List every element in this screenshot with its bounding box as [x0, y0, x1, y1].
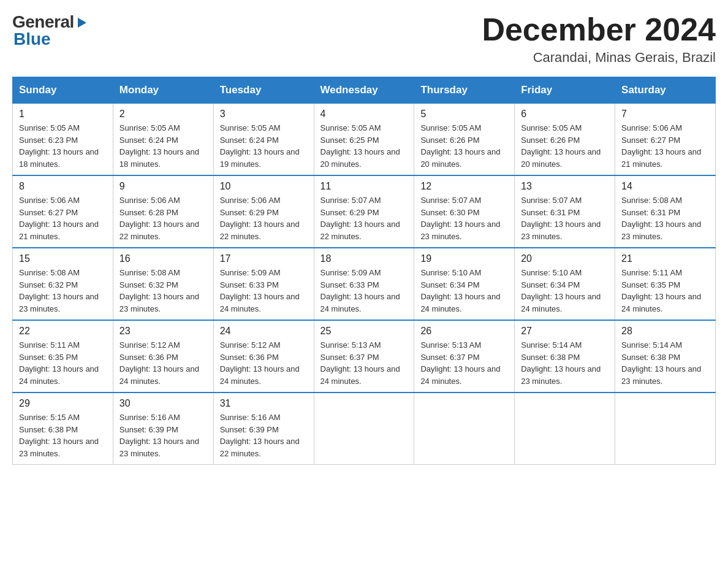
day-number: 17: [220, 253, 308, 264]
calendar-cell: 13Sunrise: 5:07 AMSunset: 6:31 PMDayligh…: [515, 175, 615, 248]
calendar-cell: 7Sunrise: 5:06 AMSunset: 6:27 PMDaylight…: [615, 103, 716, 175]
day-info: Sunrise: 5:05 AMSunset: 6:25 PMDaylight:…: [320, 122, 408, 170]
calendar-cell: 5Sunrise: 5:05 AMSunset: 6:26 PMDaylight…: [414, 103, 515, 175]
day-number: 2: [119, 109, 207, 120]
day-info: Sunrise: 5:07 AMSunset: 6:29 PMDaylight:…: [320, 194, 408, 242]
title-block: December 2024 Carandai, Minas Gerais, Br…: [482, 12, 716, 66]
calendar-cell: 23Sunrise: 5:12 AMSunset: 6:36 PMDayligh…: [113, 320, 213, 393]
calendar-cell: 4Sunrise: 5:05 AMSunset: 6:25 PMDaylight…: [314, 103, 414, 175]
calendar-cell: 24Sunrise: 5:12 AMSunset: 6:36 PMDayligh…: [213, 320, 314, 393]
calendar-cell: 26Sunrise: 5:13 AMSunset: 6:37 PMDayligh…: [414, 320, 515, 393]
day-number: 13: [521, 181, 609, 192]
day-number: 6: [521, 109, 609, 120]
calendar-cell: 11Sunrise: 5:07 AMSunset: 6:29 PMDayligh…: [314, 175, 414, 248]
calendar-cell: 30Sunrise: 5:16 AMSunset: 6:39 PMDayligh…: [113, 393, 213, 465]
calendar-week-row: 8Sunrise: 5:06 AMSunset: 6:27 PMDaylight…: [13, 175, 716, 248]
calendar-cell: 20Sunrise: 5:10 AMSunset: 6:34 PMDayligh…: [515, 248, 615, 320]
day-info: Sunrise: 5:08 AMSunset: 6:31 PMDaylight:…: [621, 194, 709, 242]
calendar-cell: 18Sunrise: 5:09 AMSunset: 6:33 PMDayligh…: [314, 248, 414, 320]
day-info: Sunrise: 5:14 AMSunset: 6:38 PMDaylight:…: [521, 339, 609, 387]
day-number: 4: [320, 109, 408, 120]
day-info: Sunrise: 5:16 AMSunset: 6:39 PMDaylight:…: [220, 412, 308, 459]
calendar-header-sunday: Sunday: [13, 77, 113, 103]
calendar-cell: [414, 393, 515, 465]
day-number: 20: [521, 253, 609, 264]
day-number: 18: [320, 253, 408, 264]
calendar-week-row: 29Sunrise: 5:15 AMSunset: 6:38 PMDayligh…: [13, 393, 716, 465]
day-number: 5: [420, 109, 508, 120]
day-number: 11: [320, 181, 408, 192]
day-info: Sunrise: 5:14 AMSunset: 6:38 PMDaylight:…: [621, 339, 709, 387]
calendar-cell: 6Sunrise: 5:05 AMSunset: 6:26 PMDaylight…: [515, 103, 615, 175]
day-number: 14: [621, 181, 709, 192]
calendar-cell: 14Sunrise: 5:08 AMSunset: 6:31 PMDayligh…: [615, 175, 716, 248]
day-number: 27: [521, 326, 609, 337]
calendar-cell: 15Sunrise: 5:08 AMSunset: 6:32 PMDayligh…: [13, 248, 113, 320]
day-info: Sunrise: 5:07 AMSunset: 6:31 PMDaylight:…: [521, 194, 609, 242]
day-info: Sunrise: 5:12 AMSunset: 6:36 PMDaylight:…: [119, 339, 207, 387]
day-number: 22: [19, 326, 107, 337]
day-number: 31: [220, 398, 308, 409]
day-number: 3: [220, 109, 308, 120]
calendar-cell: [515, 393, 615, 465]
day-number: 28: [621, 326, 709, 337]
calendar-cell: 28Sunrise: 5:14 AMSunset: 6:38 PMDayligh…: [615, 320, 716, 393]
calendar-cell: 9Sunrise: 5:06 AMSunset: 6:28 PMDaylight…: [113, 175, 213, 248]
day-number: 8: [19, 181, 107, 192]
day-info: Sunrise: 5:06 AMSunset: 6:28 PMDaylight:…: [119, 194, 207, 242]
day-info: Sunrise: 5:10 AMSunset: 6:34 PMDaylight:…: [420, 267, 508, 315]
calendar-cell: 21Sunrise: 5:11 AMSunset: 6:35 PMDayligh…: [615, 248, 716, 320]
calendar-header-tuesday: Tuesday: [213, 77, 314, 103]
day-info: Sunrise: 5:05 AMSunset: 6:24 PMDaylight:…: [220, 122, 308, 170]
calendar-cell: 19Sunrise: 5:10 AMSunset: 6:34 PMDayligh…: [414, 248, 515, 320]
calendar-header-saturday: Saturday: [615, 77, 716, 103]
logo-blue-text: Blue: [13, 29, 51, 49]
day-info: Sunrise: 5:06 AMSunset: 6:27 PMDaylight:…: [19, 194, 107, 242]
calendar-header-thursday: Thursday: [414, 77, 515, 103]
calendar-cell: 27Sunrise: 5:14 AMSunset: 6:38 PMDayligh…: [515, 320, 615, 393]
day-info: Sunrise: 5:11 AMSunset: 6:35 PMDaylight:…: [19, 339, 107, 387]
day-number: 26: [420, 326, 508, 337]
calendar-cell: 3Sunrise: 5:05 AMSunset: 6:24 PMDaylight…: [213, 103, 314, 175]
calendar-header-monday: Monday: [113, 77, 213, 103]
day-info: Sunrise: 5:08 AMSunset: 6:32 PMDaylight:…: [19, 267, 107, 315]
calendar-cell: 29Sunrise: 5:15 AMSunset: 6:38 PMDayligh…: [13, 393, 113, 465]
calendar-cell: 22Sunrise: 5:11 AMSunset: 6:35 PMDayligh…: [13, 320, 113, 393]
day-info: Sunrise: 5:08 AMSunset: 6:32 PMDaylight:…: [119, 267, 207, 315]
day-info: Sunrise: 5:06 AMSunset: 6:29 PMDaylight:…: [220, 194, 308, 242]
day-number: 25: [320, 326, 408, 337]
svg-marker-0: [78, 18, 86, 28]
calendar-cell: 10Sunrise: 5:06 AMSunset: 6:29 PMDayligh…: [213, 175, 314, 248]
calendar-cell: [615, 393, 716, 465]
day-number: 21: [621, 253, 709, 264]
calendar-cell: [314, 393, 414, 465]
day-info: Sunrise: 5:13 AMSunset: 6:37 PMDaylight:…: [420, 339, 508, 387]
day-info: Sunrise: 5:13 AMSunset: 6:37 PMDaylight:…: [320, 339, 408, 387]
calendar-cell: 2Sunrise: 5:05 AMSunset: 6:24 PMDaylight…: [113, 103, 213, 175]
day-number: 9: [119, 181, 207, 192]
month-title: December 2024: [482, 12, 716, 47]
calendar-week-row: 15Sunrise: 5:08 AMSunset: 6:32 PMDayligh…: [13, 248, 716, 320]
logo-arrow-icon: [75, 16, 89, 29]
day-info: Sunrise: 5:05 AMSunset: 6:26 PMDaylight:…: [420, 122, 508, 170]
day-info: Sunrise: 5:07 AMSunset: 6:30 PMDaylight:…: [420, 194, 508, 242]
day-info: Sunrise: 5:06 AMSunset: 6:27 PMDaylight:…: [621, 122, 709, 170]
calendar-cell: 17Sunrise: 5:09 AMSunset: 6:33 PMDayligh…: [213, 248, 314, 320]
day-number: 12: [420, 181, 508, 192]
calendar-cell: 16Sunrise: 5:08 AMSunset: 6:32 PMDayligh…: [113, 248, 213, 320]
calendar-header-wednesday: Wednesday: [314, 77, 414, 103]
calendar-table: SundayMondayTuesdayWednesdayThursdayFrid…: [12, 77, 716, 465]
day-info: Sunrise: 5:11 AMSunset: 6:35 PMDaylight:…: [621, 267, 709, 315]
calendar-cell: 12Sunrise: 5:07 AMSunset: 6:30 PMDayligh…: [414, 175, 515, 248]
day-info: Sunrise: 5:09 AMSunset: 6:33 PMDaylight:…: [220, 267, 308, 315]
day-number: 15: [19, 253, 107, 264]
calendar-header-friday: Friday: [515, 77, 615, 103]
day-number: 7: [621, 109, 709, 120]
day-info: Sunrise: 5:10 AMSunset: 6:34 PMDaylight:…: [521, 267, 609, 315]
calendar-cell: 31Sunrise: 5:16 AMSunset: 6:39 PMDayligh…: [213, 393, 314, 465]
day-info: Sunrise: 5:05 AMSunset: 6:24 PMDaylight:…: [119, 122, 207, 170]
calendar-cell: 25Sunrise: 5:13 AMSunset: 6:37 PMDayligh…: [314, 320, 414, 393]
day-info: Sunrise: 5:12 AMSunset: 6:36 PMDaylight:…: [220, 339, 308, 387]
calendar-week-row: 22Sunrise: 5:11 AMSunset: 6:35 PMDayligh…: [13, 320, 716, 393]
day-number: 1: [19, 109, 107, 120]
